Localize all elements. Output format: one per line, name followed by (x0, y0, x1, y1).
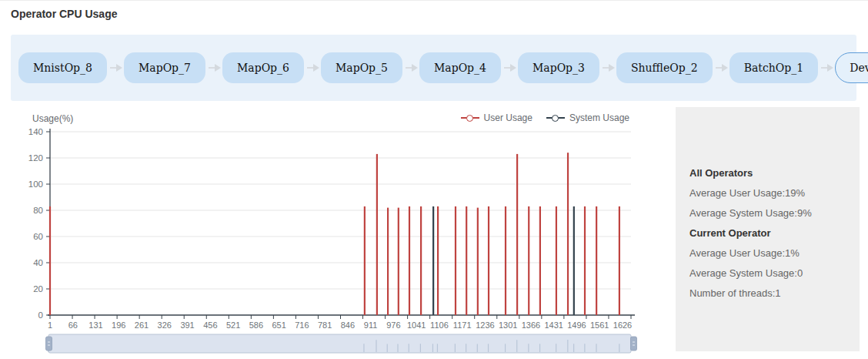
stats-row: Number of threads:1 (689, 287, 850, 299)
x-axis-tick-label: 911 (364, 320, 378, 330)
stats-row: Average System Usage:9% (689, 207, 850, 219)
x-axis-tick-label: 1431 (544, 320, 563, 330)
page-title: Operator CPU Usage (11, 8, 117, 20)
y-axis-tick-label: 140 (28, 127, 43, 136)
operator-node-mapop_3[interactable]: MapOp_3 (518, 52, 599, 83)
y-axis-tick-label: 20 (33, 284, 43, 294)
pipeline-arrow-icon (820, 64, 833, 72)
operator-pipeline: MnistOp_8MapOp_7MapOp_6MapOp_5MapOp_4Map… (11, 35, 856, 101)
pipeline-arrow-icon (305, 64, 319, 72)
stats-section-header: All Operators (689, 167, 850, 179)
pipeline-arrow-icon (601, 64, 615, 72)
y-axis-title: Usage(%) (32, 113, 73, 124)
chart-legend: User UsageSystem Usage (461, 112, 629, 123)
x-axis-tick-label: 131 (88, 320, 102, 330)
cpu-usage-chart: Usage(%) User UsageSystem Usage 02040608… (0, 102, 674, 359)
operator-node-mapop_7[interactable]: MapOp_7 (124, 52, 205, 83)
x-axis-tick-label: 1626 (613, 320, 632, 330)
legend-label: System Usage (569, 112, 629, 123)
pipeline-arrow-icon (502, 64, 516, 72)
x-axis-tick-label: 1561 (590, 320, 609, 330)
stats-row: Average User Usage:19% (689, 187, 850, 199)
pipeline-arrow-icon (108, 64, 122, 72)
x-axis-tick-label: 586 (249, 320, 263, 330)
stats-row: Average User Usage:1% (689, 247, 850, 259)
datazoom-left-handle[interactable] (46, 337, 52, 351)
legend-marker-icon (546, 113, 565, 122)
stats-section-header: Current Operator (689, 227, 850, 239)
x-axis-tick-label: 1106 (430, 320, 449, 330)
pipeline-arrow-icon (207, 64, 221, 72)
x-axis-tick-label: 1041 (407, 320, 426, 330)
operator-node-devicequeueop_0[interactable]: DeviceQueueOp_0 (835, 52, 868, 83)
x-axis-tick-label: 1301 (499, 320, 517, 330)
operator-node-mapop_4[interactable]: MapOp_4 (419, 52, 501, 83)
x-axis-tick-label: 716 (295, 320, 309, 330)
x-axis-tick-label: 326 (158, 320, 172, 330)
x-axis-tick-label: 976 (386, 320, 400, 330)
y-axis-tick-label: 80 (33, 206, 43, 215)
x-axis-tick-label: 1496 (567, 320, 586, 330)
datazoom-right-handle[interactable] (631, 337, 637, 351)
operator-node-mnistop_8[interactable]: MnistOp_8 (18, 52, 107, 83)
x-axis-tick-label: 391 (180, 320, 194, 330)
y-axis-tick-label: 40 (33, 258, 43, 267)
y-axis-tick-label: 100 (28, 180, 43, 189)
pipeline-arrow-icon (404, 64, 418, 72)
x-axis-tick-label: 261 (135, 320, 149, 330)
x-axis-tick-label: 1366 (522, 320, 540, 330)
x-axis-tick-label: 521 (226, 320, 240, 330)
x-axis-tick-label: 781 (318, 320, 332, 330)
x-axis-tick-label: 1 (48, 320, 52, 330)
x-axis-tick-label: 1236 (476, 320, 494, 330)
x-axis-tick-label: 196 (112, 320, 125, 330)
legend-label: User Usage (484, 112, 532, 123)
operator-cpu-usage-page: { "title": "Operator CPU Usage", "pipeli… (0, 0, 868, 359)
pipeline-arrow-icon (714, 64, 728, 72)
x-axis-tick-label: 66 (68, 320, 78, 330)
datazoom-track[interactable] (48, 334, 631, 353)
operator-node-shuffleop_2[interactable]: ShuffleOp_2 (616, 52, 713, 83)
operator-node-mapop_5[interactable]: MapOp_5 (321, 52, 402, 83)
legend-item-system-usage[interactable]: System Usage (546, 112, 629, 123)
x-axis-tick-label: 651 (272, 320, 285, 330)
legend-item-user-usage[interactable]: User Usage (461, 112, 532, 123)
y-axis-tick-label: 0 (38, 310, 43, 320)
operator-node-mapop_6[interactable]: MapOp_6 (222, 52, 304, 83)
y-axis-tick-label: 120 (28, 153, 43, 163)
x-axis-tick-label: 1171 (453, 320, 472, 330)
stats-row: Average System Usage:0 (689, 267, 850, 279)
x-axis-tick-label: 846 (341, 320, 355, 330)
operator-node-batchop_1[interactable]: BatchOp_1 (729, 52, 818, 83)
legend-marker-icon (461, 113, 479, 122)
x-axis-tick-label: 456 (203, 320, 217, 330)
chart-canvas: 0204060801001201401661311962613263914565… (0, 102, 674, 359)
y-axis-tick-label: 60 (33, 232, 43, 241)
stats-panel: All OperatorsAverage User Usage:19%Avera… (676, 107, 860, 351)
